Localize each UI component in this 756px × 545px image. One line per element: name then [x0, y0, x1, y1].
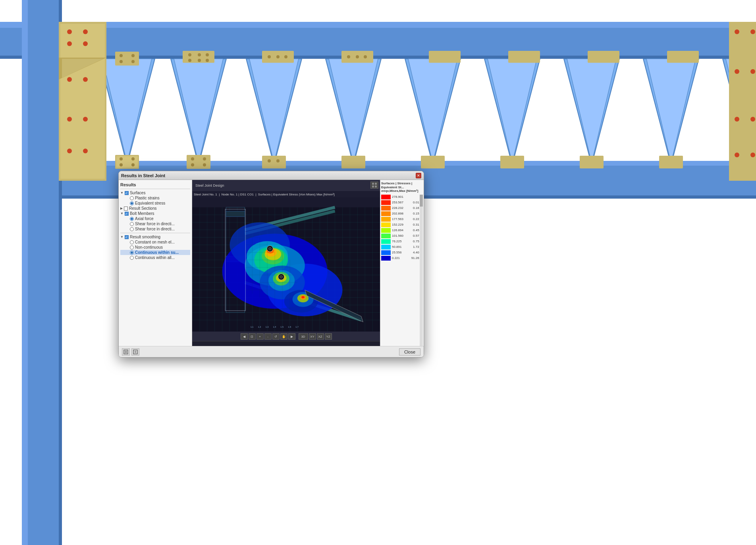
- legend-value-0: 278.901: [392, 195, 423, 199]
- legend-color-9: [381, 245, 391, 249]
- checkbox-result-sections[interactable]: [124, 207, 128, 211]
- radio-shear-force-2[interactable]: [130, 227, 134, 231]
- svg-rect-34: [115, 52, 139, 66]
- dialog-window: Results in Steel Joint ✕ Results ▼ Surfa…: [118, 171, 424, 358]
- tree-item-constant-mesh[interactable]: Constant on mesh el...: [120, 240, 190, 245]
- footer-icon-btn-1[interactable]: [122, 348, 130, 356]
- legend-color-0: [381, 195, 391, 199]
- nav-btn-zoom-in[interactable]: +: [256, 333, 264, 340]
- svg-point-94: [735, 153, 739, 157]
- label-constant-mesh: Constant on mesh el...: [135, 240, 175, 244]
- svg-point-41: [203, 157, 206, 160]
- nav-btn-next[interactable]: ▶: [288, 333, 295, 340]
- footer-icons: [122, 348, 139, 356]
- legend-value-1: 253.567: [392, 201, 408, 204]
- viewport-header-text: Steel Joint Design: [195, 184, 224, 187]
- svg-point-88: [735, 29, 739, 34]
- tree-item-continuous-within-all[interactable]: Continuous within all...: [120, 255, 190, 260]
- svg-point-40: [191, 157, 194, 160]
- radio-shear-force-1[interactable]: [130, 222, 134, 226]
- nav-btn-pan[interactable]: ✋: [280, 333, 287, 340]
- expand-icon-surfaces[interactable]: ▼: [120, 191, 123, 195]
- nav-btn-rotate[interactable]: ↺: [272, 333, 280, 340]
- svg-text:1.2: 1.2: [258, 326, 261, 328]
- svg-point-51: [83, 77, 88, 82]
- viewport-info-bar: Steel Joint No. 1 | Node No. 1 | DS1 CO1…: [192, 191, 380, 197]
- svg-point-93: [750, 117, 755, 122]
- nav-btn-xz[interactable]: XZ: [317, 333, 324, 340]
- svg-point-79: [268, 159, 271, 162]
- legend-row-7: 101.560 0.57 %: [381, 234, 423, 238]
- svg-point-71: [356, 55, 359, 58]
- tree-item-continuous-within-su[interactable]: Continuous within su...: [120, 250, 190, 255]
- nav-btn-xy[interactable]: XY: [309, 333, 316, 340]
- svg-point-52: [67, 117, 72, 122]
- legend-scrollbar[interactable]: [420, 195, 423, 356]
- viewport-grid-icon[interactable]: [370, 182, 378, 189]
- nav-btn-zoom-out[interactable]: -: [264, 333, 272, 340]
- svg-rect-39: [187, 155, 210, 169]
- nav-btn-3d[interactable]: 3D: [299, 333, 308, 340]
- viewport-info-text: Steel Joint No. 1 | Node No. 1 | DS1 CO1…: [194, 193, 335, 196]
- radio-constant-mesh[interactable]: [130, 240, 134, 244]
- svg-rect-82: [421, 156, 445, 168]
- tree-item-bolt-members[interactable]: ▼ Bolt Members: [120, 211, 190, 216]
- radio-equivalent-stress[interactable]: [130, 201, 134, 205]
- svg-point-68: [284, 55, 287, 58]
- label-surfaces: Surfaces: [130, 191, 145, 195]
- svg-point-186: [280, 275, 283, 278]
- svg-point-63: [198, 59, 201, 62]
- tree-item-non-continuous[interactable]: Non-continuous: [120, 245, 190, 250]
- legend-color-7: [381, 234, 391, 238]
- svg-rect-8: [62, 161, 756, 166]
- dialog-close-button[interactable]: ✕: [416, 173, 421, 178]
- svg-point-47: [83, 29, 88, 34]
- nav-btn-yz[interactable]: YZ: [325, 333, 332, 340]
- tree-item-result-sections[interactable]: ▶ Result Sections: [120, 206, 190, 211]
- viewport-header: Steel Joint Design: [192, 180, 380, 191]
- legend-value-7: 101.560: [392, 234, 408, 238]
- checkbox-surfaces[interactable]: [125, 191, 129, 195]
- nav-btn-zoom-fit[interactable]: ⊡: [249, 333, 256, 340]
- label-equivalent-stress: Equivalent stress: [135, 201, 165, 205]
- svg-point-49: [83, 41, 88, 46]
- label-continuous-within-all: Continuous within all...: [135, 255, 175, 260]
- svg-point-59: [188, 53, 191, 56]
- footer-icon-btn-2[interactable]: [131, 348, 139, 356]
- svg-point-70: [347, 55, 350, 58]
- tree-item-shear-force-2[interactable]: Shear force in directi...: [120, 226, 190, 232]
- tree-item-plastic-strains[interactable]: Plastic strains: [120, 195, 190, 201]
- radio-plastic-strains[interactable]: [130, 196, 134, 200]
- close-button[interactable]: Close: [399, 348, 420, 356]
- svg-rect-141: [226, 211, 245, 216]
- radio-axial-force[interactable]: [130, 217, 134, 221]
- radio-continuous-within-su[interactable]: [130, 251, 134, 255]
- dialog-body: Results ▼ Surfaces Plastic strains Equiv…: [119, 180, 424, 357]
- nav-btn-prev[interactable]: ◀: [241, 333, 248, 340]
- tree-item-equivalent-stress[interactable]: Equivalent stress: [120, 201, 190, 206]
- label-non-continuous: Non-continuous: [135, 245, 163, 249]
- svg-point-30: [120, 157, 123, 160]
- legend-row-2: 228.232 0.16 %: [381, 206, 423, 211]
- legend-scrollbar-thumb[interactable]: [420, 195, 423, 207]
- tree-item-axial-force[interactable]: Axial force: [120, 216, 190, 221]
- legend-value-6: 126.894: [392, 228, 408, 232]
- expand-icon-bolt-members[interactable]: ▼: [120, 212, 123, 215]
- checkbox-bolt-members[interactable]: [125, 212, 129, 216]
- checkbox-result-smoothing[interactable]: [125, 235, 129, 239]
- label-bolt-members: Bolt Members: [130, 211, 154, 216]
- expand-icon-result-smoothing[interactable]: ▼: [120, 235, 123, 239]
- svg-rect-83: [500, 156, 524, 168]
- tree-item-shear-force-1[interactable]: Shear force in directi...: [120, 221, 190, 226]
- svg-text:1.7: 1.7: [295, 326, 299, 328]
- svg-point-42: [191, 163, 194, 166]
- tree-item-result-smoothing[interactable]: ▼ Result smoothing: [120, 234, 190, 240]
- svg-point-46: [67, 29, 72, 34]
- radio-non-continuous[interactable]: [130, 245, 134, 249]
- legend-row-3: 202.898 0.15 %: [381, 211, 423, 216]
- legend-value-4: 177.563: [392, 217, 408, 221]
- svg-point-38: [131, 60, 135, 63]
- tree-item-surfaces[interactable]: ▼ Surfaces: [120, 190, 190, 195]
- radio-continuous-within-all[interactable]: [130, 256, 134, 260]
- expand-icon-result-sections[interactable]: ▶: [120, 207, 123, 210]
